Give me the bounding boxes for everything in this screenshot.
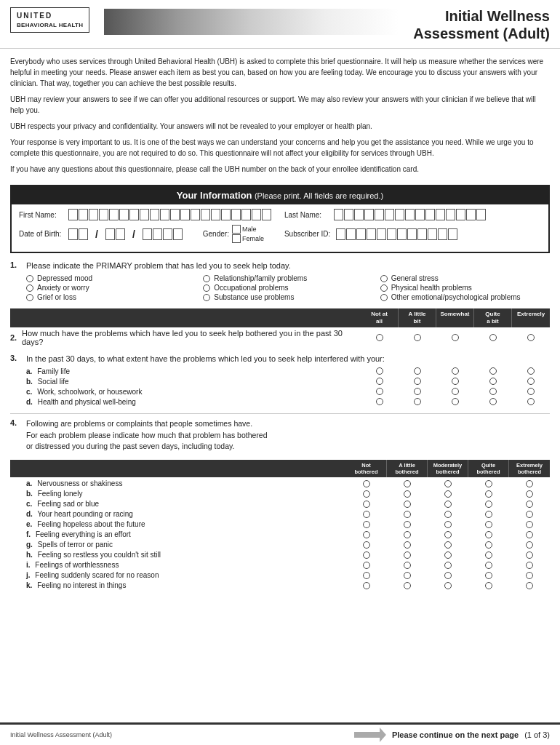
radio-icon[interactable] bbox=[485, 501, 492, 508]
radio-icon[interactable] bbox=[485, 480, 492, 487]
q3c-radio-5[interactable] bbox=[512, 388, 550, 395]
q4g-r1[interactable] bbox=[346, 541, 387, 549]
radio-icon[interactable] bbox=[444, 531, 452, 538]
radio-icon[interactable] bbox=[526, 521, 533, 528]
q3a-radio-5[interactable] bbox=[512, 367, 550, 375]
q4a-r4[interactable] bbox=[468, 480, 509, 487]
q1-option-8[interactable]: Other emotional/psychological problems bbox=[380, 293, 550, 301]
radio-icon[interactable] bbox=[380, 284, 388, 292]
radio-icon[interactable] bbox=[203, 294, 210, 301]
q3b-radio-2[interactable] bbox=[399, 378, 436, 385]
radio-icon[interactable] bbox=[414, 334, 421, 341]
radio-icon[interactable] bbox=[526, 562, 533, 569]
radio-icon[interactable] bbox=[485, 531, 492, 538]
q4c-r4[interactable] bbox=[468, 501, 509, 508]
radio-icon[interactable] bbox=[485, 511, 492, 518]
q4i-r5[interactable] bbox=[509, 562, 550, 569]
q4d-r3[interactable] bbox=[428, 511, 468, 518]
radio-icon[interactable] bbox=[444, 521, 452, 528]
q4c-r2[interactable] bbox=[387, 501, 428, 508]
q4k-r4[interactable] bbox=[468, 582, 509, 589]
radio-icon[interactable] bbox=[404, 501, 411, 508]
radio-icon[interactable] bbox=[452, 388, 459, 395]
radio-icon[interactable] bbox=[527, 367, 535, 375]
q3c-radio-4[interactable] bbox=[474, 388, 512, 395]
q4e-r2[interactable] bbox=[387, 521, 428, 528]
radio-icon[interactable] bbox=[404, 562, 411, 569]
q4k-r5[interactable] bbox=[509, 582, 550, 589]
radio-icon[interactable] bbox=[414, 367, 421, 375]
q4k-r3[interactable] bbox=[428, 582, 468, 589]
q4j-r1[interactable] bbox=[346, 572, 387, 579]
q4a-r1[interactable] bbox=[346, 480, 387, 487]
q3b-radio-4[interactable] bbox=[474, 378, 512, 385]
q4f-r1[interactable] bbox=[346, 531, 387, 538]
radio-icon[interactable] bbox=[485, 562, 492, 569]
radio-icon[interactable] bbox=[444, 572, 452, 579]
radio-icon[interactable] bbox=[404, 541, 411, 549]
q4b-r4[interactable] bbox=[468, 490, 509, 498]
radio-icon[interactable] bbox=[404, 531, 411, 538]
radio-icon[interactable] bbox=[527, 378, 535, 385]
radio-icon[interactable] bbox=[444, 562, 452, 569]
q2-radio-5[interactable] bbox=[512, 334, 550, 341]
q1-option-2[interactable]: General stress bbox=[380, 274, 550, 282]
radio-icon[interactable] bbox=[363, 480, 370, 487]
q4i-r4[interactable] bbox=[468, 562, 509, 569]
radio-icon[interactable] bbox=[527, 398, 535, 405]
q4g-r4[interactable] bbox=[468, 541, 509, 549]
q4b-r2[interactable] bbox=[387, 490, 428, 498]
radio-icon[interactable] bbox=[404, 551, 411, 559]
dob-day-input[interactable] bbox=[105, 228, 125, 240]
q4a-r2[interactable] bbox=[387, 480, 428, 487]
q4d-r1[interactable] bbox=[346, 511, 387, 518]
q4j-r5[interactable] bbox=[509, 572, 550, 579]
radio-icon[interactable] bbox=[444, 501, 452, 508]
radio-icon[interactable] bbox=[404, 582, 411, 589]
q4e-r4[interactable] bbox=[468, 521, 509, 528]
radio-icon[interactable] bbox=[452, 398, 459, 405]
radio-icon[interactable] bbox=[452, 334, 459, 341]
first-name-input[interactable] bbox=[68, 209, 271, 220]
radio-icon[interactable] bbox=[526, 582, 533, 589]
radio-icon[interactable] bbox=[376, 388, 383, 395]
q4d-r5[interactable] bbox=[509, 511, 550, 518]
q4h-r4[interactable] bbox=[468, 551, 509, 559]
radio-icon[interactable] bbox=[485, 521, 492, 528]
q4e-r3[interactable] bbox=[428, 521, 468, 528]
q1-option-3[interactable]: Anxiety or worry bbox=[26, 284, 196, 292]
q4k-r1[interactable] bbox=[346, 582, 387, 589]
q1-option-1[interactable]: Relationship/family problems bbox=[203, 274, 372, 282]
radio-icon[interactable] bbox=[444, 551, 452, 559]
radio-icon[interactable] bbox=[404, 490, 411, 498]
radio-icon[interactable] bbox=[485, 572, 492, 579]
q4b-r5[interactable] bbox=[509, 490, 550, 498]
q3b-radio-1[interactable] bbox=[361, 378, 399, 385]
q4a-r5[interactable] bbox=[509, 480, 550, 487]
q3d-radio-2[interactable] bbox=[399, 398, 436, 405]
radio-icon[interactable] bbox=[414, 378, 421, 385]
radio-icon[interactable] bbox=[526, 501, 533, 508]
q3d-radio-3[interactable] bbox=[436, 398, 474, 405]
q2-radio-3[interactable] bbox=[436, 334, 474, 341]
radio-icon[interactable] bbox=[203, 275, 210, 282]
q4e-r1[interactable] bbox=[346, 521, 387, 528]
radio-icon[interactable] bbox=[526, 531, 533, 538]
gender-female[interactable]: Female bbox=[232, 234, 264, 243]
q4d-r2[interactable] bbox=[387, 511, 428, 518]
radio-icon[interactable] bbox=[489, 398, 497, 405]
radio-icon[interactable] bbox=[414, 388, 421, 395]
female-checkbox[interactable] bbox=[232, 234, 241, 243]
radio-icon[interactable] bbox=[444, 490, 452, 498]
q4k-r2[interactable] bbox=[387, 582, 428, 589]
radio-icon[interactable] bbox=[404, 572, 411, 579]
q1-option-5[interactable]: Physical health problems bbox=[380, 284, 550, 292]
q3b-radio-5[interactable] bbox=[512, 378, 550, 385]
radio-icon[interactable] bbox=[363, 531, 370, 538]
radio-icon[interactable] bbox=[489, 388, 497, 395]
radio-icon[interactable] bbox=[363, 521, 370, 528]
q4a-r3[interactable] bbox=[428, 480, 468, 487]
radio-icon[interactable] bbox=[526, 511, 533, 518]
q4c-r3[interactable] bbox=[428, 501, 468, 508]
radio-icon[interactable] bbox=[526, 541, 533, 549]
